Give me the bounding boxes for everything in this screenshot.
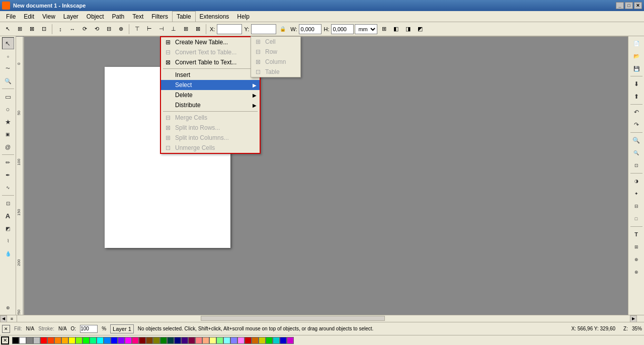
align5-btn[interactable]: ⊞ bbox=[180, 24, 191, 35]
rt-fill-stroke[interactable]: ◑ bbox=[630, 175, 642, 187]
transform4-btn[interactable]: ⟲ bbox=[91, 24, 102, 35]
tool-circle[interactable]: ○ bbox=[2, 103, 14, 115]
palette-swatch[interactable] bbox=[104, 337, 111, 344]
lock-size-btn[interactable]: 🔒 bbox=[277, 24, 288, 35]
minimize-button[interactable]: _ bbox=[616, 2, 624, 9]
tool-spiral[interactable]: @ bbox=[2, 141, 14, 153]
palette-swatch[interactable] bbox=[209, 337, 216, 344]
rt-export[interactable]: ⬆ bbox=[630, 91, 642, 103]
drawing-canvas[interactable] bbox=[24, 37, 628, 315]
rt-save[interactable]: 💾 bbox=[630, 62, 642, 74]
snap2-btn[interactable]: ◧ bbox=[390, 24, 401, 35]
palette-swatch[interactable] bbox=[146, 337, 153, 344]
snap4-btn[interactable]: ◩ bbox=[415, 24, 426, 35]
y-input[interactable] bbox=[251, 24, 276, 34]
select-all-btn[interactable]: ⊞ bbox=[14, 24, 25, 35]
palette-swatch[interactable] bbox=[19, 337, 26, 344]
rt-text[interactable]: T bbox=[630, 228, 642, 240]
horizontal-scrollbar[interactable]: ◀ ≡ ▶ bbox=[0, 315, 644, 322]
palette-swatch[interactable] bbox=[47, 337, 54, 344]
scroll-track[interactable] bbox=[17, 315, 630, 322]
tool-paint-bucket[interactable]: ⊡ bbox=[2, 197, 14, 209]
align4-btn[interactable]: ⊥ bbox=[168, 24, 179, 35]
palette-swatch[interactable] bbox=[245, 337, 252, 344]
rt-layers[interactable]: ⊟ bbox=[630, 200, 642, 212]
x-input[interactable] bbox=[217, 24, 242, 34]
transform2-btn[interactable]: ↔ bbox=[67, 24, 78, 35]
menu-merge-cells[interactable]: ⊟ Merge Cells bbox=[161, 113, 260, 123]
menu-delete[interactable]: Delete ▶ bbox=[161, 90, 260, 100]
tool-text[interactable]: A bbox=[2, 210, 14, 222]
maximize-button[interactable]: □ bbox=[625, 2, 633, 9]
tool-tweak[interactable]: 〜 bbox=[2, 62, 14, 74]
align2-btn[interactable]: ⊢ bbox=[144, 24, 155, 35]
menu-split-rows[interactable]: ⊠ Split into Rows... bbox=[161, 123, 260, 133]
menu-convert-table-to-text[interactable]: ⊠ Convert Table to Text... bbox=[161, 57, 260, 67]
scroll-thumb[interactable] bbox=[201, 316, 384, 321]
transform-btn[interactable]: ↕ bbox=[55, 24, 66, 35]
palette-swatch[interactable] bbox=[54, 337, 61, 344]
status-icon[interactable]: ✕ bbox=[2, 325, 10, 333]
no-color-swatch[interactable]: ✕ bbox=[1, 336, 9, 344]
tool-pencil[interactable]: ✏ bbox=[2, 156, 14, 168]
palette-swatch[interactable] bbox=[230, 337, 237, 344]
tool-pen[interactable]: ✒ bbox=[2, 169, 14, 181]
submenu-row[interactable]: ⊟ Row bbox=[251, 47, 300, 57]
rt-zoom-out[interactable]: 🔍 bbox=[630, 147, 642, 159]
palette-swatch[interactable] bbox=[61, 337, 68, 344]
palette-swatch[interactable] bbox=[202, 337, 209, 344]
menu-select[interactable]: Select ▶ bbox=[161, 80, 260, 90]
tool-node[interactable]: ⬦ bbox=[2, 50, 14, 62]
transform6-btn[interactable]: ⊕ bbox=[115, 24, 126, 35]
transform5-btn[interactable]: ⊟ bbox=[103, 24, 114, 35]
rt-zoom-in[interactable]: 🔍 bbox=[630, 134, 642, 146]
menu-path[interactable]: Path bbox=[108, 11, 129, 22]
tool-zoom[interactable]: 🔍 bbox=[2, 75, 14, 87]
align6-btn[interactable]: ⊠ bbox=[192, 24, 203, 35]
menu-file[interactable]: File bbox=[2, 11, 20, 22]
rt-zoom-fit[interactable]: ⊡ bbox=[630, 159, 642, 171]
menu-layer[interactable]: Layer bbox=[59, 11, 83, 22]
palette-swatch[interactable] bbox=[139, 337, 146, 344]
tool-star[interactable]: ★ bbox=[2, 116, 14, 128]
submenu-column[interactable]: ⊠ Column bbox=[251, 57, 300, 67]
menu-split-columns[interactable]: ⊞ Split into Columns... bbox=[161, 133, 260, 143]
scroll-expand-btn[interactable]: ≡ bbox=[7, 315, 17, 322]
tool-selector[interactable]: ↖ bbox=[2, 37, 14, 49]
menu-table[interactable]: Table bbox=[172, 11, 196, 22]
palette-swatch[interactable] bbox=[259, 337, 266, 344]
palette-swatch[interactable] bbox=[181, 337, 188, 344]
palette-swatch[interactable] bbox=[252, 337, 259, 344]
palette-swatch[interactable] bbox=[118, 337, 125, 344]
rt-extra1[interactable]: ⊕ bbox=[630, 253, 642, 266]
menu-view[interactable]: View bbox=[38, 11, 59, 22]
palette-swatch[interactable] bbox=[153, 337, 160, 344]
rt-object-props[interactable]: □ bbox=[630, 213, 642, 225]
palette-swatch[interactable] bbox=[75, 337, 83, 344]
palette-swatch[interactable] bbox=[40, 337, 47, 344]
current-layer[interactable]: Layer 1 bbox=[110, 324, 134, 333]
palette-swatch[interactable] bbox=[160, 337, 167, 344]
palette-swatch[interactable] bbox=[111, 337, 118, 344]
transform3-btn[interactable]: ⟳ bbox=[79, 24, 90, 35]
submenu-cell[interactable]: ⊞ Cell bbox=[251, 37, 300, 47]
deselect-btn[interactable]: ⊡ bbox=[38, 24, 49, 35]
palette-swatch[interactable] bbox=[223, 337, 230, 344]
tool-rectangle[interactable]: ▭ bbox=[2, 91, 14, 103]
submenu-table[interactable]: ⊡ Table bbox=[251, 67, 300, 77]
tool-calligraphy[interactable]: ∿ bbox=[2, 182, 14, 194]
palette-swatch[interactable] bbox=[132, 337, 139, 344]
select-in-all-btn[interactable]: ⊠ bbox=[26, 24, 37, 35]
palette-swatch[interactable] bbox=[26, 337, 33, 344]
tool-dropper[interactable]: 💧 bbox=[2, 247, 14, 260]
tool-controls-btn[interactable]: ↖ bbox=[2, 24, 13, 35]
rt-new[interactable]: 📄 bbox=[630, 37, 642, 49]
palette-swatch[interactable] bbox=[167, 337, 174, 344]
rt-extra2[interactable]: ⊗ bbox=[630, 266, 642, 278]
palette-swatch[interactable] bbox=[12, 337, 19, 344]
menu-edit[interactable]: Edit bbox=[20, 11, 38, 22]
snap1-btn[interactable]: ⊞ bbox=[378, 24, 389, 35]
palette-swatch[interactable] bbox=[83, 337, 90, 344]
menu-convert-text-to-table[interactable]: ⊟ Convert Text to Table... bbox=[161, 47, 260, 57]
palette-swatch[interactable] bbox=[174, 337, 181, 344]
